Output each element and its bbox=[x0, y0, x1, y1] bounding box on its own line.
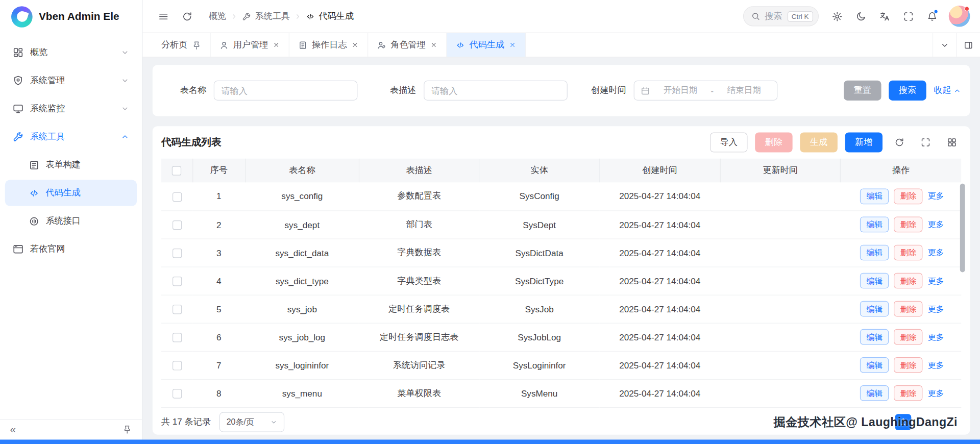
language-button[interactable] bbox=[874, 6, 895, 27]
row-checkbox[interactable] bbox=[172, 277, 181, 286]
table-row[interactable]: 6sys_job_log定时任务调度日志表SysJobLog2025-04-27… bbox=[161, 323, 961, 351]
breadcrumb-item-code-generation[interactable]: 代码生成 bbox=[306, 11, 354, 22]
table-row[interactable]: 1sys_config参数配置表SysConfig2025-04-27 14:0… bbox=[161, 182, 961, 210]
breadcrumb-item-overview[interactable]: 概览 bbox=[209, 11, 226, 22]
user-avatar[interactable] bbox=[949, 6, 970, 27]
cell-table-desc: 菜单权限表 bbox=[359, 379, 479, 407]
table-columns-button[interactable] bbox=[943, 133, 962, 152]
theme-toggle-button[interactable] bbox=[850, 6, 871, 27]
table-row[interactable]: 3sys_dict_data字典数据表SysDictData2025-04-27… bbox=[161, 238, 961, 266]
table-refresh-button[interactable] bbox=[890, 133, 909, 152]
settings-button[interactable] bbox=[826, 6, 848, 27]
global-search[interactable]: 搜索 Ctrl K bbox=[743, 6, 819, 26]
table-row[interactable]: 4sys_dict_type字典类型表SysDictType2025-04-27… bbox=[161, 266, 961, 294]
row-checkbox[interactable] bbox=[172, 249, 181, 258]
sidebar-item-system-monitor[interactable]: 系统监控 bbox=[5, 95, 137, 121]
row-edit-button[interactable]: 编辑 bbox=[860, 217, 889, 233]
sidebar-pin-icon[interactable] bbox=[122, 425, 132, 434]
tab-close-icon[interactable] bbox=[273, 41, 280, 49]
row-delete-button[interactable]: 删除 bbox=[894, 301, 922, 317]
row-more-button[interactable]: 更多 bbox=[928, 191, 944, 201]
row-edit-button[interactable]: 编辑 bbox=[860, 329, 889, 345]
tab-analysis[interactable]: 分析页 bbox=[153, 33, 211, 57]
collapse-filter-button[interactable]: 收起 bbox=[934, 85, 961, 96]
row-more-button[interactable]: 更多 bbox=[928, 360, 944, 369]
sidebar-item-form-builder[interactable]: 表单构建 bbox=[5, 152, 137, 178]
table-desc-input[interactable] bbox=[424, 81, 568, 101]
cell-created: 2025-04-27 14:04:04 bbox=[599, 238, 720, 266]
table-row[interactable]: 2sys_dept部门表SysDept2025-04-27 14:04:04编辑… bbox=[161, 210, 961, 238]
table-row[interactable]: 5sys_job定时任务调度表SysJob2025-04-27 14:04:04… bbox=[161, 295, 961, 323]
notifications-button[interactable] bbox=[921, 6, 943, 27]
row-more-button[interactable]: 更多 bbox=[928, 276, 944, 285]
code-gen-table: 序号表名称表描述实体创建时间更新时间操作1sys_config参数配置表SysC… bbox=[161, 159, 961, 408]
row-more-button[interactable]: 更多 bbox=[928, 332, 944, 341]
row-checkbox[interactable] bbox=[172, 333, 181, 342]
generate-button[interactable]: 生成 bbox=[800, 132, 837, 152]
row-more-button[interactable]: 更多 bbox=[928, 248, 944, 257]
page-size-select[interactable]: 20条/页 bbox=[219, 412, 284, 432]
create-time-range-picker[interactable]: 开始日期 - 结束日期 bbox=[634, 81, 778, 101]
row-delete-button[interactable]: 删除 bbox=[894, 273, 922, 289]
cell-created: 2025-04-27 14:04:04 bbox=[599, 182, 720, 210]
tabs-more-button[interactable] bbox=[933, 33, 957, 57]
tab-close-icon[interactable] bbox=[509, 41, 517, 49]
collapse-sidebar-button[interactable]: « bbox=[10, 423, 16, 435]
table-row[interactable]: 8sys_menu菜单权限表SysMenu2025-04-27 14:04:04… bbox=[161, 379, 961, 407]
sidebar-item-code-generation[interactable]: 代码生成 bbox=[5, 180, 137, 206]
sidebar-item-system-api[interactable]: 系统接口 bbox=[5, 208, 137, 234]
sidebar-item-system-management[interactable]: 系统管理 bbox=[5, 67, 137, 93]
tab-code-generation[interactable]: 代码生成 bbox=[447, 33, 526, 57]
sidebar-item-system-tools[interactable]: 系统工具 bbox=[5, 124, 137, 150]
import-button[interactable]: 导入 bbox=[710, 132, 747, 152]
table-row[interactable]: 7sys_logininfor系统访问记录SysLogininfor2025-0… bbox=[161, 351, 961, 379]
select-all-checkbox[interactable] bbox=[172, 166, 181, 176]
tab-user-management[interactable]: 用户管理 bbox=[211, 33, 289, 57]
row-edit-button[interactable]: 编辑 bbox=[860, 357, 889, 373]
row-edit-button[interactable]: 编辑 bbox=[860, 188, 889, 204]
row-edit-button[interactable]: 编辑 bbox=[860, 245, 889, 261]
reset-button[interactable]: 重置 bbox=[844, 81, 881, 101]
sidebar-item-ruoyi-website[interactable]: 若依官网 bbox=[5, 236, 137, 262]
row-edit-button[interactable]: 编辑 bbox=[860, 301, 889, 317]
row-checkbox[interactable] bbox=[172, 389, 181, 398]
tab-close-icon[interactable] bbox=[430, 41, 437, 49]
search-button[interactable]: 搜索 bbox=[889, 81, 926, 101]
row-delete-button[interactable]: 删除 bbox=[894, 329, 922, 345]
date-range-separator: - bbox=[711, 86, 714, 95]
row-more-button[interactable]: 更多 bbox=[928, 219, 944, 229]
scrollbar-thumb[interactable] bbox=[960, 184, 965, 273]
table-fullscreen-button[interactable] bbox=[916, 133, 935, 152]
row-edit-button[interactable]: 编辑 bbox=[860, 273, 889, 289]
row-checkbox[interactable] bbox=[172, 305, 181, 314]
batch-delete-button[interactable]: 删除 bbox=[755, 132, 792, 152]
sidebar-item-overview[interactable]: 概览 bbox=[5, 39, 137, 65]
row-checkbox[interactable] bbox=[172, 361, 181, 370]
row-checkbox[interactable] bbox=[172, 220, 181, 230]
app-logo[interactable]: Vben Admin Ele bbox=[0, 0, 142, 34]
cell-table-name: sys_dict_type bbox=[245, 266, 359, 294]
row-delete-button[interactable]: 删除 bbox=[894, 357, 922, 373]
row-edit-button[interactable]: 编辑 bbox=[860, 385, 889, 401]
table-scrollbar[interactable] bbox=[960, 184, 965, 427]
content-maximize-button[interactable] bbox=[956, 33, 980, 57]
row-delete-button[interactable]: 删除 bbox=[894, 245, 922, 261]
row-delete-button[interactable]: 删除 bbox=[894, 188, 922, 204]
refresh-icon bbox=[894, 137, 904, 147]
table-name-input[interactable] bbox=[214, 81, 358, 101]
tab-operation-log[interactable]: 操作日志 bbox=[289, 33, 368, 57]
breadcrumb-item-system-tools[interactable]: 系统工具 bbox=[242, 11, 290, 22]
add-button[interactable]: 新增 bbox=[845, 132, 883, 152]
row-more-button[interactable]: 更多 bbox=[928, 304, 944, 313]
app-title: Vben Admin Ele bbox=[39, 11, 119, 23]
table-container: 序号表名称表描述实体创建时间更新时间操作1sys_config参数配置表SysC… bbox=[153, 159, 970, 408]
row-delete-button[interactable]: 删除 bbox=[894, 385, 922, 401]
row-more-button[interactable]: 更多 bbox=[928, 388, 944, 397]
tab-role-management[interactable]: 角色管理 bbox=[368, 33, 447, 57]
refresh-page-button[interactable] bbox=[176, 6, 198, 27]
row-delete-button[interactable]: 删除 bbox=[894, 217, 922, 233]
row-checkbox[interactable] bbox=[172, 192, 181, 201]
hamburger-menu-button[interactable] bbox=[153, 6, 174, 27]
tab-close-icon[interactable] bbox=[351, 41, 359, 49]
fullscreen-button[interactable] bbox=[897, 6, 919, 27]
